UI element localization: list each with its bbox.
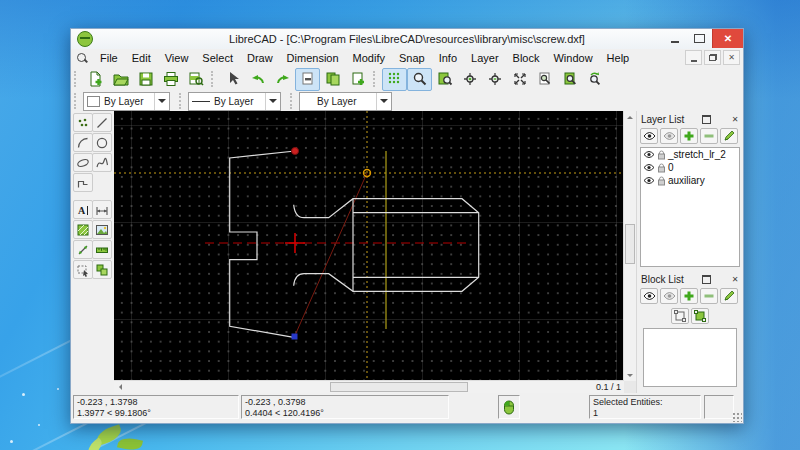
text-tool[interactable]: A: [73, 200, 93, 219]
drawing-canvas[interactable]: [114, 111, 624, 381]
horizontal-scroll-thumb[interactable]: [330, 382, 468, 392]
ellipse-tool[interactable]: [73, 153, 93, 172]
arc-tool[interactable]: [73, 133, 93, 152]
open-file-button[interactable]: [108, 68, 133, 91]
mdi-restore-button[interactable]: [704, 50, 721, 65]
resize-grip[interactable]: [732, 412, 742, 422]
add-block-button[interactable]: [680, 288, 698, 304]
image-tool[interactable]: [92, 220, 112, 239]
menu-modify[interactable]: Modify: [346, 51, 392, 65]
previous-view-button[interactable]: [532, 68, 557, 91]
layer-visible-icon[interactable]: [643, 163, 655, 172]
menu-layer[interactable]: Layer: [464, 51, 506, 65]
show-all-layers-button[interactable]: [640, 128, 658, 144]
save-button[interactable]: [133, 68, 158, 91]
pen-color-combo[interactable]: By Layer: [83, 92, 170, 111]
line-type-combo[interactable]: By Layer: [188, 92, 281, 111]
zoom-out-button[interactable]: [482, 68, 507, 91]
polyline-tool[interactable]: [73, 173, 93, 192]
hide-all-layers-button[interactable]: [660, 128, 678, 144]
add-layer-button[interactable]: [680, 128, 698, 144]
auto-zoom-button[interactable]: [507, 68, 532, 91]
hide-all-blocks-button[interactable]: [660, 288, 678, 304]
toolbar-grip[interactable]: [179, 93, 184, 109]
create-block-button[interactable]: [671, 308, 689, 324]
line-width-combo[interactable]: By Layer: [299, 92, 392, 111]
zoom-window-button[interactable]: [432, 68, 457, 91]
select-tool[interactable]: [73, 260, 93, 279]
layer-visible-icon[interactable]: [643, 150, 655, 159]
menu-help[interactable]: Help: [600, 51, 637, 65]
close-panel-icon[interactable]: ✕: [729, 274, 741, 285]
vertical-scrollbar[interactable]: [623, 111, 636, 381]
layer-lock-icon[interactable]: [657, 163, 666, 173]
layer-row[interactable]: 0: [641, 161, 739, 174]
info-tool[interactable]: [92, 240, 112, 259]
vertical-scroll-thumb[interactable]: [625, 224, 635, 264]
edit-layer-button[interactable]: [720, 128, 738, 144]
menu-draw[interactable]: Draw: [240, 51, 280, 65]
grid-toggle-button[interactable]: [382, 68, 407, 91]
toolbar-grip[interactable]: [74, 71, 79, 87]
close-button[interactable]: [712, 29, 743, 48]
menu-info[interactable]: Info: [432, 51, 464, 65]
block-tool[interactable]: [92, 260, 112, 279]
modify-tool[interactable]: [73, 240, 93, 259]
cut-button[interactable]: [295, 68, 320, 91]
document-icon[interactable]: [76, 52, 89, 65]
print-preview-button[interactable]: [183, 68, 208, 91]
titlebar[interactable]: LibreCAD - [C:\Program Files\LibreCAD\re…: [71, 29, 743, 49]
mdi-minimize-button[interactable]: [685, 50, 702, 65]
menu-dimension[interactable]: Dimension: [280, 51, 346, 65]
edit-block-button[interactable]: [720, 288, 738, 304]
layer-lock-icon[interactable]: [657, 176, 666, 186]
redraw-button[interactable]: [582, 68, 607, 91]
paste-button[interactable]: [345, 68, 370, 91]
redo-button[interactable]: [270, 68, 295, 91]
menu-select[interactable]: Select: [195, 51, 240, 65]
new-file-button[interactable]: [83, 68, 108, 91]
minimize-button[interactable]: [662, 29, 687, 48]
hatch-tool[interactable]: [73, 220, 93, 239]
menu-block[interactable]: Block: [506, 51, 547, 65]
select-pointer-button[interactable]: [220, 68, 245, 91]
toolbar-grip[interactable]: [373, 71, 378, 87]
layer-list-titlebar[interactable]: Layer List ✕: [637, 111, 743, 126]
menu-edit[interactable]: Edit: [125, 51, 158, 65]
insert-block-button[interactable]: [691, 308, 709, 324]
line-tool[interactable]: [92, 113, 112, 132]
remove-block-button[interactable]: [700, 288, 718, 304]
point-tool[interactable]: [73, 113, 93, 132]
float-panel-icon[interactable]: [701, 114, 713, 125]
zoom-page-button[interactable]: [557, 68, 582, 91]
toolbar-grip[interactable]: [290, 93, 295, 109]
menu-window[interactable]: Window: [546, 51, 599, 65]
show-all-blocks-button[interactable]: [640, 288, 658, 304]
menu-file[interactable]: File: [93, 51, 125, 65]
horizontal-scrollbar[interactable]: [114, 380, 624, 393]
scroll-down-icon[interactable]: [624, 369, 636, 381]
scroll-up-icon[interactable]: [624, 111, 636, 123]
copy-button[interactable]: [320, 68, 345, 91]
zoom-pointer-button[interactable]: [407, 68, 432, 91]
undo-button[interactable]: [245, 68, 270, 91]
menu-view[interactable]: View: [158, 51, 196, 65]
remove-layer-button[interactable]: [700, 128, 718, 144]
block-list[interactable]: [643, 328, 737, 387]
mdi-close-button[interactable]: [723, 50, 740, 65]
close-panel-icon[interactable]: ✕: [729, 114, 741, 125]
maximize-button[interactable]: [687, 29, 712, 48]
toolbar-grip[interactable]: [211, 71, 216, 87]
circle-tool[interactable]: [92, 133, 112, 152]
block-list-titlebar[interactable]: Block List ✕: [637, 271, 743, 286]
zoom-in-button[interactable]: [457, 68, 482, 91]
layer-row[interactable]: auxiliary: [641, 174, 739, 187]
spline-tool[interactable]: [92, 153, 112, 172]
menu-snap[interactable]: Snap: [392, 51, 432, 65]
float-panel-icon[interactable]: [700, 274, 712, 285]
layer-visible-icon[interactable]: [643, 176, 655, 185]
layer-row[interactable]: _stretch_lr_2: [641, 148, 739, 161]
layer-lock-icon[interactable]: [657, 150, 666, 160]
print-button[interactable]: [158, 68, 183, 91]
toolbar-grip[interactable]: [74, 93, 79, 109]
